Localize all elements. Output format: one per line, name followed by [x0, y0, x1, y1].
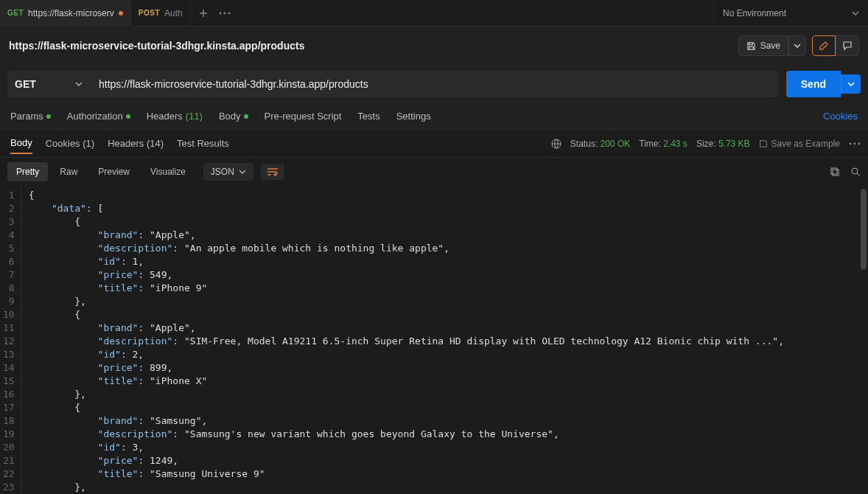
scrollbar-thumb[interactable] [861, 189, 867, 270]
label: Body [219, 111, 241, 122]
new-tab-button[interactable] [198, 8, 209, 18]
label: Body [10, 137, 32, 148]
svg-point-6 [858, 142, 861, 145]
label: Test Results [177, 138, 229, 149]
response-view-controls: Pretty Raw Preview Visualize JSON [0, 158, 868, 186]
cookies-link[interactable]: Cookies [823, 111, 858, 122]
request-tab-1[interactable]: POST Auth [131, 0, 191, 26]
label: Tests [357, 111, 379, 122]
wrap-lines-button[interactable] [261, 164, 284, 180]
chevron-down-icon [75, 82, 83, 86]
svg-point-9 [852, 168, 858, 174]
code-content[interactable]: { "data": [ { "brand": "Apple", "descrip… [21, 186, 784, 494]
label: Visualize [150, 167, 186, 177]
svg-point-0 [219, 12, 221, 14]
label: Status: [570, 139, 598, 149]
tab-headers[interactable]: Headers (11) [147, 108, 203, 125]
label: Pre-request Script [265, 111, 342, 122]
view-pretty[interactable]: Pretty [7, 162, 48, 181]
comment-button[interactable] [836, 35, 859, 56]
request-tabs-bar: GET https://flask-microserv POST Auth No… [0, 0, 868, 27]
send-label: Send [801, 78, 826, 90]
save-icon [759, 139, 768, 148]
value: 200 OK [601, 139, 631, 149]
size-meta: Size: 5.73 KB [696, 139, 750, 149]
response-more-button[interactable] [849, 142, 861, 145]
chevron-down-icon [794, 44, 801, 48]
url-input[interactable] [90, 71, 779, 97]
label: Authorization [67, 111, 123, 122]
line-gutter: 1234567891011121314151617181920212223 [0, 186, 21, 494]
view-preview[interactable]: Preview [89, 162, 139, 181]
chevron-down-icon [239, 170, 246, 174]
tab-authorization[interactable]: Authorization [67, 108, 130, 125]
value: 2.43 s [663, 139, 687, 149]
label: Raw [60, 167, 77, 177]
save-button[interactable]: Save [738, 35, 788, 56]
svg-point-1 [223, 12, 225, 14]
save-as-example-button[interactable]: Save as Example [759, 139, 840, 149]
right-buttons [812, 35, 859, 56]
count: (11) [186, 111, 203, 122]
tab-prerequest[interactable]: Pre-request Script [265, 108, 342, 125]
tabs-overflow-button[interactable] [219, 12, 231, 15]
svg-rect-8 [831, 168, 837, 174]
svg-point-4 [850, 142, 852, 145]
search-button[interactable] [850, 167, 861, 177]
resp-tab-body[interactable]: Body [10, 133, 32, 154]
format-select[interactable]: JSON [203, 163, 253, 181]
copy-button[interactable] [830, 167, 840, 177]
response-section-tabs: Body Cookies (1) Headers (14) Test Resul… [0, 130, 868, 158]
url-bar: GET Send [0, 65, 868, 103]
status-meta: Status: 200 OK [570, 139, 630, 149]
save-dropdown-button[interactable] [788, 35, 806, 56]
resp-tab-testresults[interactable]: Test Results [177, 133, 229, 153]
send-button[interactable]: Send [786, 71, 841, 97]
wrap-icon [267, 167, 279, 176]
label: Preview [98, 167, 130, 177]
view-visualize[interactable]: Visualize [141, 162, 195, 181]
method-badge: POST [139, 9, 160, 17]
save-button-group: Save [738, 35, 806, 56]
tab-params[interactable]: Params [10, 108, 51, 125]
resp-tab-cookies[interactable]: Cookies (1) [46, 133, 94, 153]
svg-rect-7 [833, 170, 839, 175]
count: (1) [83, 138, 94, 149]
method-value: GET [15, 78, 36, 90]
view-raw[interactable]: Raw [51, 162, 86, 181]
environment-selector[interactable]: No Environment [713, 0, 868, 26]
label: Cookies [46, 138, 80, 149]
response-body-viewer: 1234567891011121314151617181920212223 { … [0, 186, 868, 494]
active-dot-icon [244, 114, 248, 119]
label: Headers [147, 111, 183, 122]
save-label: Save [760, 41, 780, 51]
comment-icon [842, 41, 853, 51]
count: (14) [147, 138, 164, 149]
globe-icon[interactable] [551, 139, 561, 149]
pencil-icon [819, 41, 829, 51]
request-title-bar: https://flask-microservice-tutorial-3dhg… [0, 27, 868, 65]
time-meta: Time: 2.43 s [639, 139, 687, 149]
svg-point-2 [228, 12, 230, 14]
send-dropdown-button[interactable] [841, 74, 861, 94]
label: Size: [696, 139, 716, 149]
resp-tab-headers[interactable]: Headers (14) [108, 133, 164, 153]
unsaved-indicator-icon [119, 11, 123, 15]
edit-button[interactable] [812, 35, 836, 56]
label: Params [10, 111, 43, 122]
chevron-down-icon [847, 82, 855, 86]
tab-label: https://flask-microserv [28, 8, 114, 18]
method-select[interactable]: GET [7, 71, 90, 97]
label: JSON [211, 167, 234, 177]
chevron-down-icon [852, 11, 859, 15]
active-dot-icon [126, 114, 130, 119]
tab-tests[interactable]: Tests [357, 108, 379, 125]
active-dot-icon [46, 114, 51, 119]
request-section-tabs: Params Authorization Headers (11) Body P… [0, 103, 868, 130]
tab-body[interactable]: Body [219, 108, 248, 125]
label: Settings [396, 111, 431, 122]
request-tab-0[interactable]: GET https://flask-microserv [0, 0, 131, 26]
svg-point-5 [854, 142, 856, 145]
tab-settings[interactable]: Settings [396, 108, 431, 125]
method-badge: GET [7, 9, 24, 17]
